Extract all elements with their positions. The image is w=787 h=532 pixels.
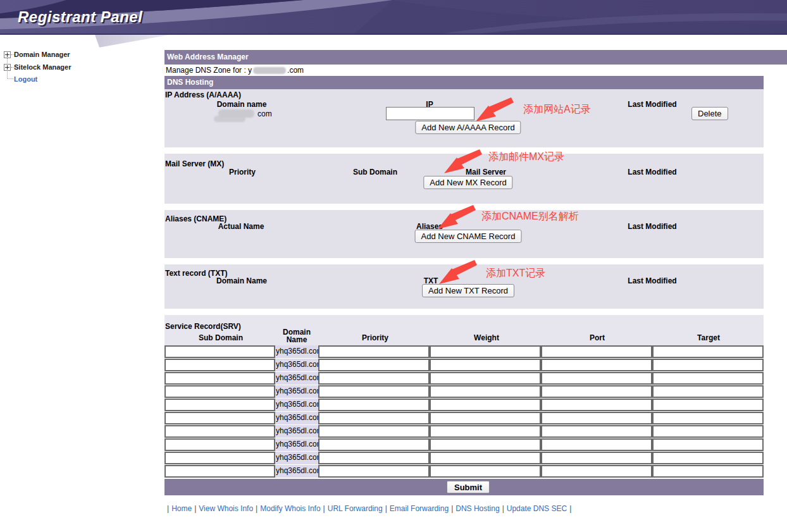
add-a-record-button[interactable]: Add New A/AAAA Record — [415, 121, 521, 134]
srv-target-input[interactable] — [652, 359, 764, 371]
srv-port-input[interactable] — [541, 359, 652, 371]
sidebar-item-sitelock-manager[interactable]: Sitelock Manager — [14, 63, 71, 71]
red-arrow-icon — [443, 149, 482, 175]
srv-table-row: yhq365dl.com — [164, 359, 764, 372]
column-header-priority: Priority — [362, 333, 388, 342]
srv-subdomain-input[interactable] — [164, 438, 275, 451]
add-cname-record-button[interactable]: Add New CNAME Record — [415, 230, 522, 243]
srv-port-input[interactable] — [541, 372, 652, 385]
column-header-domain-name: Domain name — [217, 100, 267, 109]
web-address-manager-bar: Web Address Manager — [164, 50, 787, 65]
srv-port-input[interactable] — [541, 345, 652, 358]
separator: | — [194, 504, 196, 513]
column-header-domain-name: Domain Name — [216, 276, 267, 285]
srv-subdomain-input[interactable] — [164, 345, 275, 358]
srv-priority-input[interactable] — [318, 372, 430, 385]
column-header-priority: Priority — [229, 168, 256, 176]
section-title: Mail Server (MX) — [165, 159, 224, 168]
srv-target-input[interactable] — [652, 465, 764, 478]
srv-target-input[interactable] — [652, 385, 764, 398]
srv-priority-input[interactable] — [318, 425, 430, 438]
red-arrow-icon — [474, 97, 514, 123]
srv-priority-input[interactable] — [318, 412, 430, 424]
separator: | — [385, 504, 387, 513]
srv-subdomain-input[interactable] — [164, 425, 275, 438]
sidebar-item-domain-manager[interactable]: Domain Manager — [14, 51, 70, 58]
add-mx-record-button[interactable]: Add New MX Record — [423, 176, 512, 189]
srv-subdomain-input[interactable] — [164, 465, 275, 478]
srv-domain-name: yhq365dl.com — [275, 359, 318, 371]
srv-weight-input[interactable] — [430, 399, 541, 411]
srv-weight-input[interactable] — [430, 412, 541, 424]
ip-input[interactable] — [386, 107, 474, 120]
srv-priority-input[interactable] — [318, 438, 430, 451]
footer-link-modify-whois-info[interactable]: Modify Whois Info — [260, 504, 320, 513]
expand-icon[interactable] — [4, 51, 11, 58]
srv-target-input[interactable] — [652, 345, 764, 358]
srv-subdomain-input[interactable] — [164, 399, 275, 411]
delete-button[interactable]: Delete — [691, 107, 728, 120]
app-title: Registrant Panel — [18, 8, 142, 26]
srv-port-input[interactable] — [541, 465, 652, 478]
srv-subdomain-input[interactable] — [164, 359, 275, 371]
srv-weight-input[interactable] — [430, 359, 541, 371]
srv-weight-input[interactable] — [430, 465, 541, 478]
section-title: IP Address (A/AAAA) — [165, 90, 241, 99]
srv-priority-input[interactable] — [318, 465, 430, 478]
submit-button[interactable]: Submit — [447, 481, 490, 493]
srv-port-input[interactable] — [541, 438, 652, 451]
annotation-add-txt-record: 添加TXT记录 — [486, 267, 545, 280]
srv-weight-input[interactable] — [430, 385, 541, 398]
srv-subdomain-input[interactable] — [164, 412, 275, 424]
srv-target-input[interactable] — [652, 438, 764, 451]
footer-link-view-whois-info[interactable]: View Whois Info — [199, 504, 253, 513]
srv-target-input[interactable] — [652, 425, 764, 438]
srv-target-input[interactable] — [652, 412, 764, 424]
srv-port-input[interactable] — [541, 385, 652, 398]
srv-port-input[interactable] — [541, 399, 652, 411]
column-header-target: Target — [697, 333, 720, 342]
separator: | — [502, 504, 504, 513]
redacted-domain-value — [214, 116, 245, 122]
expand-icon[interactable] — [4, 64, 11, 71]
column-header-domain-name: Domain Name — [280, 328, 314, 343]
separator: | — [167, 504, 169, 513]
srv-weight-input[interactable] — [430, 438, 541, 451]
srv-domain-name: yhq365dl.com — [275, 345, 318, 358]
footer-link-url-forwarding[interactable]: URL Forwarding — [328, 504, 383, 513]
srv-table-row: yhq365dl.com — [164, 385, 764, 399]
section-title: Service Record(SRV) — [165, 322, 241, 331]
srv-priority-input[interactable] — [318, 452, 430, 464]
column-header-sub-domain: Sub Domain — [353, 168, 397, 176]
srv-port-input[interactable] — [541, 412, 652, 424]
srv-table-row: yhq365dl.com — [164, 399, 764, 412]
srv-priority-input[interactable] — [318, 359, 430, 371]
footer-link-home[interactable]: Home — [171, 504, 192, 513]
srv-table-row: yhq365dl.com — [164, 452, 764, 465]
srv-weight-input[interactable] — [430, 345, 541, 358]
srv-weight-input[interactable] — [430, 372, 541, 385]
domain-suffix-text: com — [257, 109, 272, 118]
srv-subdomain-input[interactable] — [164, 385, 275, 398]
srv-priority-input[interactable] — [318, 385, 430, 398]
srv-target-input[interactable] — [652, 372, 764, 385]
srv-target-input[interactable] — [652, 452, 764, 464]
srv-domain-name: yhq365dl.com — [275, 425, 318, 438]
sidebar-item-logout[interactable]: Logout — [14, 75, 37, 83]
srv-priority-input[interactable] — [318, 345, 430, 358]
add-txt-record-button[interactable]: Add New TXT Record — [422, 284, 514, 297]
srv-priority-input[interactable] — [318, 399, 430, 411]
srv-subdomain-input[interactable] — [164, 372, 275, 385]
column-header-port: Port — [590, 333, 605, 342]
footer-link-update-dns-sec[interactable]: Update DNS SEC — [507, 504, 567, 513]
srv-port-input[interactable] — [541, 452, 652, 464]
srv-weight-input[interactable] — [430, 425, 541, 438]
footer-link-email-forwarding[interactable]: Email Forwarding — [390, 504, 449, 513]
footer-link-dns-hosting[interactable]: DNS Hosting — [455, 504, 499, 513]
srv-port-input[interactable] — [541, 425, 652, 438]
manage-zone-suffix: .com — [287, 66, 304, 75]
srv-target-input[interactable] — [652, 399, 764, 411]
srv-domain-name: yhq365dl.com — [275, 372, 318, 385]
srv-weight-input[interactable] — [430, 452, 541, 464]
srv-subdomain-input[interactable] — [164, 452, 275, 464]
